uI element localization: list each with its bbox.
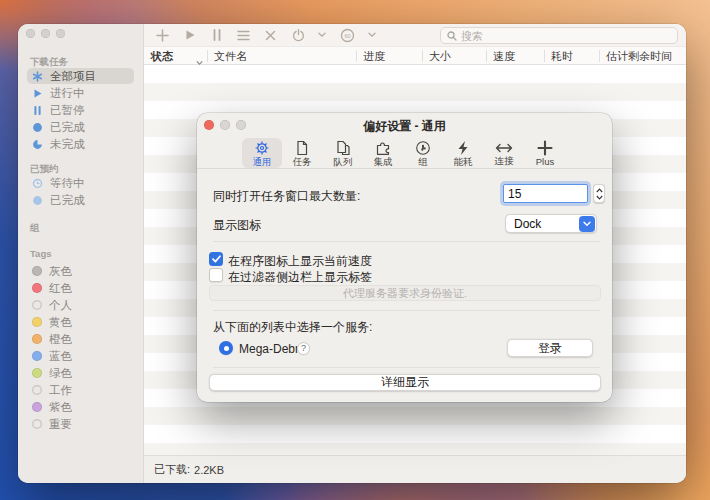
tab-energy[interactable]: 能耗 <box>443 138 483 168</box>
tab-connection[interactable]: 连接 <box>484 138 524 168</box>
tag-dot-icon <box>32 266 42 276</box>
double-arrow-icon <box>495 141 513 155</box>
status-bar: 已下载: 2.2KB <box>144 455 686 483</box>
power-button[interactable] <box>292 24 305 46</box>
play-icon <box>184 29 196 41</box>
tag-dot-icon <box>32 368 42 378</box>
separator <box>213 310 600 311</box>
start-task-button[interactable] <box>184 24 196 46</box>
preferences-dialog: 偏好设置 - 通用 通用 任务 队列 集成 组 <box>197 113 612 402</box>
sidebar-item-incomplete[interactable]: 未完成 <box>27 136 134 152</box>
minimize-window-button[interactable] <box>41 29 50 38</box>
speed-options-button[interactable] <box>368 24 376 46</box>
column-filename[interactable]: 文件名 <box>214 47 247 65</box>
sidebar-item-completed[interactable]: 已完成 <box>27 119 134 135</box>
sidebar-item-waiting[interactable]: 等待中 <box>27 175 134 191</box>
close-window-button[interactable] <box>26 29 35 38</box>
asterisk-icon <box>32 71 43 82</box>
window-traffic-lights <box>26 29 65 38</box>
tab-general[interactable]: 通用 <box>242 138 282 168</box>
help-button[interactable]: ? <box>297 342 310 355</box>
sidebar-tag-personal[interactable]: 个人 <box>27 297 134 313</box>
chevron-down-icon <box>318 32 326 38</box>
tag-dot-icon <box>32 283 42 293</box>
chevron-down-icon <box>583 221 591 227</box>
tab-groups[interactable]: 组 <box>403 138 443 168</box>
sidebar-tag-blue[interactable]: 蓝色 <box>27 348 134 364</box>
sidebar-item-scheduled-completed[interactable]: 已完成 <box>27 192 134 208</box>
sidebar-tag-purple[interactable]: 紫色 <box>27 399 134 415</box>
filled-circle-icon <box>32 195 43 206</box>
show-tags-label: 在过滤器侧边栏上显示标签 <box>228 269 372 286</box>
column-size[interactable]: 大小 <box>429 47 451 65</box>
max-windows-input[interactable] <box>503 184 588 203</box>
tab-plus[interactable]: Plus <box>525 138 565 168</box>
speed-limit-icon: 60 <box>340 28 355 43</box>
toolbar: 60 <box>144 24 686 46</box>
queue-button[interactable] <box>237 24 250 46</box>
column-elapsed[interactable]: 耗时 <box>551 47 573 65</box>
partial-circle-icon <box>32 139 43 150</box>
tab-tasks[interactable]: 任务 <box>282 138 322 168</box>
sidebar-tag-work[interactable]: 工作 <box>27 382 134 398</box>
tag-dot-icon <box>32 334 42 344</box>
sidebar-item-in-progress[interactable]: 进行中 <box>27 85 134 101</box>
play-icon <box>32 88 43 99</box>
column-eta[interactable]: 估计剩余时间 <box>606 47 672 65</box>
speed-limit-button[interactable]: 60 <box>340 24 355 46</box>
search-field[interactable] <box>440 27 678 44</box>
login-button[interactable]: 登录 <box>507 339 593 357</box>
column-progress[interactable]: 进度 <box>363 47 385 65</box>
show-icon-popup[interactable]: Dock <box>505 214 597 233</box>
tab-queue[interactable]: 队列 <box>323 138 363 168</box>
clock-icon <box>32 178 43 189</box>
tag-dot-icon <box>32 402 42 412</box>
sidebar-tag-green[interactable]: 绿色 <box>27 365 134 381</box>
search-input[interactable] <box>461 30 671 42</box>
max-windows-label: 同时打开任务窗口最大数量: <box>213 188 360 205</box>
chevron-down-icon <box>368 32 376 38</box>
zoom-window-button[interactable] <box>56 29 65 38</box>
mega-debrid-radio[interactable] <box>219 341 233 355</box>
fan-icon <box>415 140 431 156</box>
gear-icon <box>254 140 270 156</box>
proxy-auth-disabled-field: 代理服务器要求身份验证. <box>209 285 601 301</box>
separator <box>213 367 600 368</box>
remove-task-button[interactable] <box>265 24 276 46</box>
pause-icon <box>212 29 222 41</box>
checkmark-icon <box>212 255 221 263</box>
show-tags-checkbox[interactable] <box>209 268 223 282</box>
tag-dot-icon <box>32 317 42 327</box>
document-icon <box>294 140 310 156</box>
bolt-icon <box>456 140 470 156</box>
svg-text:60: 60 <box>344 32 350 38</box>
sidebar-tag-orange[interactable]: 橙色 <box>27 331 134 347</box>
filled-circle-icon <box>32 122 43 133</box>
power-options-button[interactable] <box>318 24 326 46</box>
max-windows-stepper[interactable] <box>593 184 605 203</box>
table-header: 状态 文件名 进度 大小 速度 耗时 估计剩余时间 <box>144 46 686 65</box>
plus-icon <box>156 29 169 42</box>
show-speed-label: 在程序图标上显示当前速度 <box>228 253 372 270</box>
search-icon <box>447 31 457 41</box>
sidebar-tag-red[interactable]: 红色 <box>27 280 134 296</box>
puzzle-icon <box>375 140 392 156</box>
downloaded-label: 已下载: <box>154 462 190 477</box>
chevron-down-icon <box>596 195 603 200</box>
show-icon-label: 显示图标 <box>213 217 261 234</box>
pause-task-button[interactable] <box>212 24 222 46</box>
sidebar-tag-yellow[interactable]: 黄色 <box>27 314 134 330</box>
show-speed-checkbox[interactable] <box>209 252 223 266</box>
add-task-button[interactable] <box>156 24 169 46</box>
downloaded-value: 2.2KB <box>194 464 224 476</box>
sidebar-item-all-items[interactable]: 全部项目 <box>27 68 134 84</box>
sidebar-item-paused[interactable]: 已暂停 <box>27 102 134 118</box>
column-speed[interactable]: 速度 <box>493 47 515 65</box>
detail-display-button[interactable]: 详细显示 <box>209 374 601 391</box>
sidebar-section-scheduled: 已预约 <box>27 162 134 175</box>
sidebar-tag-important[interactable]: 重要 <box>27 416 134 432</box>
column-status[interactable]: 状态 <box>151 47 173 65</box>
sidebar-tag-gray[interactable]: 灰色 <box>27 263 134 279</box>
tab-integration[interactable]: 集成 <box>363 138 403 168</box>
tag-dot-icon <box>32 300 42 310</box>
